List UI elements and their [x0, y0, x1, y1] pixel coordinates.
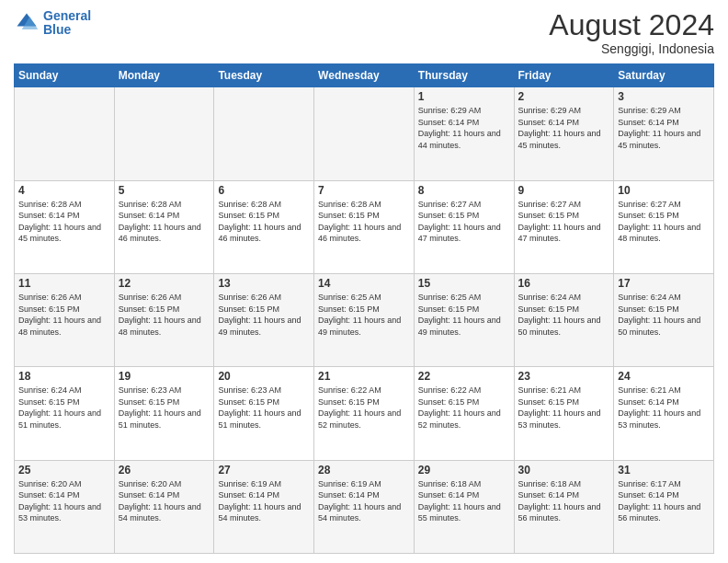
day-info: Sunrise: 6:19 AM Sunset: 6:14 PM Dayligh…: [218, 478, 310, 524]
day-cell-4-1: 26Sunrise: 6:20 AM Sunset: 6:14 PM Dayli…: [114, 460, 214, 553]
day-cell-4-3: 28Sunrise: 6:19 AM Sunset: 6:14 PM Dayli…: [314, 460, 415, 553]
day-cell-2-4: 15Sunrise: 6:25 AM Sunset: 6:15 PM Dayli…: [414, 273, 514, 366]
day-number: 12: [119, 277, 210, 290]
day-info: Sunrise: 6:24 AM Sunset: 6:15 PM Dayligh…: [18, 385, 110, 431]
day-cell-3-2: 20Sunrise: 6:23 AM Sunset: 6:15 PM Dayli…: [214, 367, 314, 460]
day-cell-1-2: 6Sunrise: 6:28 AM Sunset: 6:15 PM Daylig…: [214, 180, 314, 273]
day-number: 16: [518, 277, 610, 290]
col-friday: Friday: [514, 64, 614, 87]
day-number: 5: [119, 184, 210, 197]
day-cell-0-4: 1Sunrise: 6:29 AM Sunset: 6:14 PM Daylig…: [414, 87, 514, 180]
day-cell-1-6: 10Sunrise: 6:27 AM Sunset: 6:15 PM Dayli…: [614, 180, 714, 273]
day-cell-4-6: 31Sunrise: 6:17 AM Sunset: 6:14 PM Dayli…: [614, 460, 714, 553]
day-number: 7: [318, 184, 410, 197]
day-cell-0-5: 2Sunrise: 6:29 AM Sunset: 6:14 PM Daylig…: [514, 87, 614, 180]
day-info: Sunrise: 6:27 AM Sunset: 6:15 PM Dayligh…: [518, 199, 610, 245]
day-cell-3-6: 24Sunrise: 6:21 AM Sunset: 6:14 PM Dayli…: [614, 367, 714, 460]
day-number: 17: [618, 277, 710, 290]
logo-blue: Blue: [43, 22, 71, 37]
page: General Blue August 2024 Senggigi, Indon…: [0, 0, 728, 563]
col-tuesday: Tuesday: [214, 64, 314, 87]
logo-icon: [14, 10, 40, 36]
day-number: 8: [418, 184, 510, 197]
day-info: Sunrise: 6:29 AM Sunset: 6:14 PM Dayligh…: [618, 105, 710, 151]
day-number: 10: [618, 184, 710, 197]
day-cell-2-1: 12Sunrise: 6:26 AM Sunset: 6:15 PM Dayli…: [114, 273, 214, 366]
day-cell-1-0: 4Sunrise: 6:28 AM Sunset: 6:14 PM Daylig…: [15, 180, 115, 273]
col-saturday: Saturday: [614, 64, 714, 87]
day-cell-3-5: 23Sunrise: 6:21 AM Sunset: 6:15 PM Dayli…: [514, 367, 614, 460]
day-cell-2-2: 13Sunrise: 6:26 AM Sunset: 6:15 PM Dayli…: [214, 273, 314, 366]
day-number: 30: [518, 464, 610, 477]
day-number: 15: [418, 277, 510, 290]
day-cell-2-0: 11Sunrise: 6:26 AM Sunset: 6:15 PM Dayli…: [15, 273, 115, 366]
col-wednesday: Wednesday: [314, 64, 415, 87]
day-info: Sunrise: 6:27 AM Sunset: 6:15 PM Dayligh…: [618, 199, 710, 245]
day-info: Sunrise: 6:21 AM Sunset: 6:15 PM Dayligh…: [518, 385, 610, 431]
week-row-5: 25Sunrise: 6:20 AM Sunset: 6:14 PM Dayli…: [15, 460, 714, 553]
logo-text: General Blue: [43, 9, 91, 38]
day-number: 23: [518, 370, 610, 383]
calendar-header: Sunday Monday Tuesday Wednesday Thursday…: [15, 64, 714, 87]
day-number: 27: [218, 464, 310, 477]
calendar-table: Sunday Monday Tuesday Wednesday Thursday…: [14, 63, 714, 554]
day-info: Sunrise: 6:20 AM Sunset: 6:14 PM Dayligh…: [119, 478, 210, 524]
day-cell-0-3: [314, 87, 415, 180]
day-info: Sunrise: 6:19 AM Sunset: 6:14 PM Dayligh…: [318, 478, 410, 524]
day-cell-0-2: [214, 87, 314, 180]
day-number: 31: [618, 464, 710, 477]
day-info: Sunrise: 6:17 AM Sunset: 6:14 PM Dayligh…: [618, 478, 710, 524]
location: Senggigi, Indonesia: [549, 41, 714, 56]
week-row-4: 18Sunrise: 6:24 AM Sunset: 6:15 PM Dayli…: [15, 367, 714, 460]
header: General Blue August 2024 Senggigi, Indon…: [14, 9, 714, 56]
day-info: Sunrise: 6:25 AM Sunset: 6:15 PM Dayligh…: [418, 292, 510, 338]
day-cell-4-0: 25Sunrise: 6:20 AM Sunset: 6:14 PM Dayli…: [15, 460, 115, 553]
logo: General Blue: [14, 9, 91, 38]
week-row-3: 11Sunrise: 6:26 AM Sunset: 6:15 PM Dayli…: [15, 273, 714, 366]
day-info: Sunrise: 6:26 AM Sunset: 6:15 PM Dayligh…: [218, 292, 310, 338]
day-cell-2-3: 14Sunrise: 6:25 AM Sunset: 6:15 PM Dayli…: [314, 273, 415, 366]
day-info: Sunrise: 6:21 AM Sunset: 6:14 PM Dayligh…: [618, 385, 710, 431]
day-cell-0-0: [15, 87, 115, 180]
day-info: Sunrise: 6:29 AM Sunset: 6:14 PM Dayligh…: [518, 105, 610, 151]
logo-general: General: [43, 8, 91, 23]
day-cell-4-2: 27Sunrise: 6:19 AM Sunset: 6:14 PM Dayli…: [214, 460, 314, 553]
day-info: Sunrise: 6:22 AM Sunset: 6:15 PM Dayligh…: [418, 385, 510, 431]
day-cell-1-5: 9Sunrise: 6:27 AM Sunset: 6:15 PM Daylig…: [514, 180, 614, 273]
day-info: Sunrise: 6:18 AM Sunset: 6:14 PM Dayligh…: [418, 478, 510, 524]
day-number: 14: [318, 277, 410, 290]
day-cell-1-3: 7Sunrise: 6:28 AM Sunset: 6:15 PM Daylig…: [314, 180, 415, 273]
week-row-2: 4Sunrise: 6:28 AM Sunset: 6:14 PM Daylig…: [15, 180, 714, 273]
day-info: Sunrise: 6:26 AM Sunset: 6:15 PM Dayligh…: [119, 292, 210, 338]
day-info: Sunrise: 6:28 AM Sunset: 6:14 PM Dayligh…: [119, 199, 210, 245]
day-info: Sunrise: 6:28 AM Sunset: 6:15 PM Dayligh…: [218, 199, 310, 245]
day-info: Sunrise: 6:29 AM Sunset: 6:14 PM Dayligh…: [418, 105, 510, 151]
day-cell-0-1: [114, 87, 214, 180]
day-number: 28: [318, 464, 410, 477]
day-cell-4-4: 29Sunrise: 6:18 AM Sunset: 6:14 PM Dayli…: [414, 460, 514, 553]
day-cell-2-5: 16Sunrise: 6:24 AM Sunset: 6:15 PM Dayli…: [514, 273, 614, 366]
day-number: 11: [18, 277, 110, 290]
day-number: 24: [618, 370, 710, 383]
day-info: Sunrise: 6:24 AM Sunset: 6:15 PM Dayligh…: [518, 292, 610, 338]
week-row-1: 1Sunrise: 6:29 AM Sunset: 6:14 PM Daylig…: [15, 87, 714, 180]
day-info: Sunrise: 6:25 AM Sunset: 6:15 PM Dayligh…: [318, 292, 410, 338]
day-cell-3-1: 19Sunrise: 6:23 AM Sunset: 6:15 PM Dayli…: [114, 367, 214, 460]
day-number: 19: [119, 370, 210, 383]
day-number: 9: [518, 184, 610, 197]
day-number: 3: [618, 90, 710, 103]
day-number: 6: [218, 184, 310, 197]
day-number: 2: [518, 90, 610, 103]
day-number: 18: [18, 370, 110, 383]
col-sunday: Sunday: [15, 64, 115, 87]
day-info: Sunrise: 6:27 AM Sunset: 6:15 PM Dayligh…: [418, 199, 510, 245]
col-monday: Monday: [114, 64, 214, 87]
day-info: Sunrise: 6:23 AM Sunset: 6:15 PM Dayligh…: [218, 385, 310, 431]
day-info: Sunrise: 6:28 AM Sunset: 6:14 PM Dayligh…: [18, 199, 110, 245]
day-cell-1-1: 5Sunrise: 6:28 AM Sunset: 6:14 PM Daylig…: [114, 180, 214, 273]
calendar-body: 1Sunrise: 6:29 AM Sunset: 6:14 PM Daylig…: [15, 87, 714, 554]
day-number: 20: [218, 370, 310, 383]
day-number: 13: [218, 277, 310, 290]
day-info: Sunrise: 6:23 AM Sunset: 6:15 PM Dayligh…: [119, 385, 210, 431]
day-cell-4-5: 30Sunrise: 6:18 AM Sunset: 6:14 PM Dayli…: [514, 460, 614, 553]
